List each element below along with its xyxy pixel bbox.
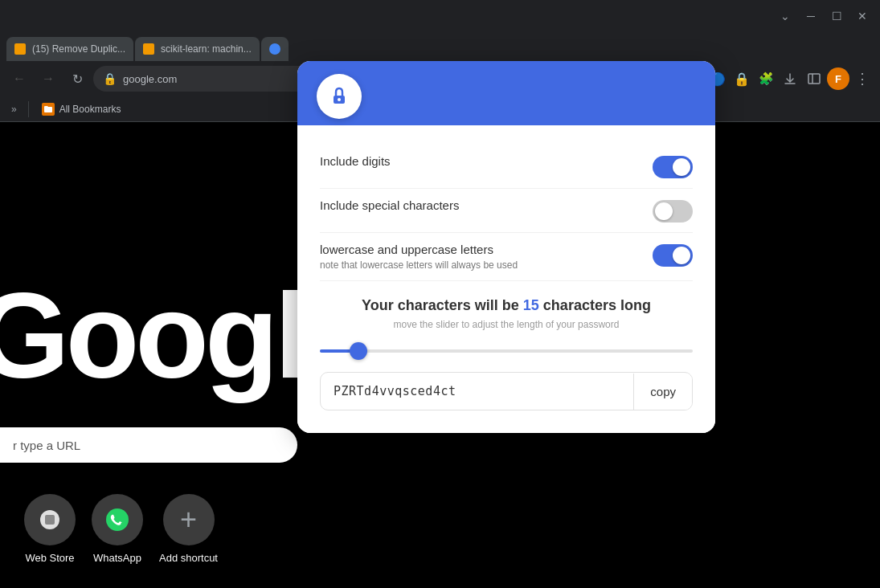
- download-icon[interactable]: [779, 67, 801, 90]
- tab-2-label: scikit-learn: machin...: [161, 43, 252, 55]
- include-digits-toggle[interactable]: [653, 156, 693, 178]
- expand-icon[interactable]: ⌄: [774, 5, 796, 27]
- shortcut-web-store[interactable]: Web Store: [24, 494, 76, 564]
- shortcut-web-store-label: Web Store: [25, 552, 74, 564]
- bookmarks-chevron[interactable]: »: [6, 100, 22, 118]
- slider-thumb[interactable]: [350, 342, 367, 360]
- svg-rect-7: [45, 515, 55, 525]
- bookmark-folder-icon: [42, 103, 55, 116]
- back-button[interactable]: ←: [6, 66, 32, 92]
- popup-lock-icon: [317, 74, 362, 119]
- whatsapp-icon: [92, 494, 143, 545]
- minimize-button[interactable]: ─: [800, 5, 822, 27]
- char-length-text: Your characters will be 15 characters lo…: [320, 297, 693, 314]
- tab-1-label: (15) Remove Duplic...: [32, 43, 125, 55]
- url-bar-fake: r type a URL: [0, 427, 297, 463]
- tab-2-favicon: [143, 43, 154, 55]
- popup-header: [297, 61, 715, 125]
- tab-3[interactable]: [261, 37, 289, 61]
- bookmarks-divider: [28, 101, 29, 117]
- shortcuts-row: Web Store WhatsApp + Add shortcut: [0, 494, 242, 564]
- case-label-group: lowercase and uppercase letters note tha…: [320, 243, 640, 271]
- svg-rect-4: [808, 74, 820, 84]
- include-digits-row: Include digits: [320, 145, 693, 189]
- shortcut-add-label: Add shortcut: [159, 552, 218, 564]
- case-label: lowercase and uppercase letters: [320, 243, 640, 256]
- add-shortcut-icon: +: [163, 494, 215, 545]
- reload-button[interactable]: ↻: [64, 66, 90, 92]
- include-special-thumb: [655, 202, 673, 220]
- include-special-label-group: Include special characters: [320, 198, 640, 212]
- puzzle-icon[interactable]: 🧩: [755, 67, 777, 90]
- case-toggle[interactable]: [653, 244, 693, 267]
- menu-button[interactable]: ⋮: [851, 67, 874, 90]
- all-bookmarks-item[interactable]: All Bookmarks: [35, 100, 128, 119]
- forward-button[interactable]: →: [35, 66, 61, 92]
- tab-2[interactable]: scikit-learn: machin...: [135, 37, 260, 61]
- shortcut-whatsapp[interactable]: WhatsApp: [92, 494, 143, 564]
- secure-icon: 🔒: [103, 72, 117, 85]
- all-bookmarks-label: All Bookmarks: [59, 104, 121, 115]
- web-store-icon: [24, 494, 76, 545]
- popup-overlay: Include digits Include special character…: [297, 61, 715, 433]
- char-length-subtext: move the slider to adjust the length of …: [320, 319, 693, 330]
- tab-1-favicon: [14, 43, 26, 55]
- copy-button[interactable]: copy: [633, 374, 692, 410]
- tab-3-favicon: [269, 43, 280, 55]
- include-special-label: Include special characters: [320, 198, 640, 212]
- profile-button[interactable]: F: [827, 67, 849, 90]
- char-length-section: Your characters will be 15 characters lo…: [320, 281, 693, 343]
- password-value: PZRTd4vvqsced4ct: [321, 373, 633, 410]
- tab-bar: (15) Remove Duplic... scikit-learn: mach…: [0, 32, 880, 61]
- length-slider[interactable]: [320, 349, 693, 353]
- close-button[interactable]: ✕: [851, 5, 874, 27]
- popup-body: Include digits Include special character…: [297, 125, 715, 433]
- url-placeholder-text: r type a URL: [13, 439, 80, 452]
- password-output-row: PZRTd4vvqsced4ct copy: [320, 372, 693, 410]
- include-digits-label: Include digits: [320, 154, 640, 168]
- char-length-number: 15: [523, 297, 539, 313]
- shortcut-whatsapp-label: WhatsApp: [93, 552, 141, 564]
- include-special-row: Include special characters: [320, 189, 693, 233]
- case-thumb: [673, 247, 690, 264]
- include-special-toggle[interactable]: [653, 200, 693, 223]
- maximize-button[interactable]: ☐: [825, 5, 848, 27]
- include-digits-thumb: [673, 158, 690, 176]
- shortcut-add[interactable]: + Add shortcut: [159, 494, 218, 564]
- char-length-suffix: characters long: [539, 297, 651, 313]
- title-bar: ⌄ ─ ☐ ✕: [0, 0, 880, 32]
- svg-point-10: [338, 98, 341, 101]
- case-toggle-row: lowercase and uppercase letters note tha…: [320, 233, 693, 281]
- svg-point-8: [106, 508, 129, 531]
- tab-1[interactable]: (15) Remove Duplic...: [6, 37, 133, 61]
- case-sublabel: note that lowercase letters will always …: [320, 259, 640, 271]
- include-digits-label-group: Include digits: [320, 154, 640, 168]
- sidebar-icon[interactable]: [803, 67, 825, 90]
- lock-ext-icon[interactable]: 🔒: [731, 67, 753, 90]
- char-length-prefix: Your characters will be: [362, 297, 523, 313]
- popup-card: Include digits Include special character…: [297, 61, 715, 433]
- slider-container: [320, 343, 693, 369]
